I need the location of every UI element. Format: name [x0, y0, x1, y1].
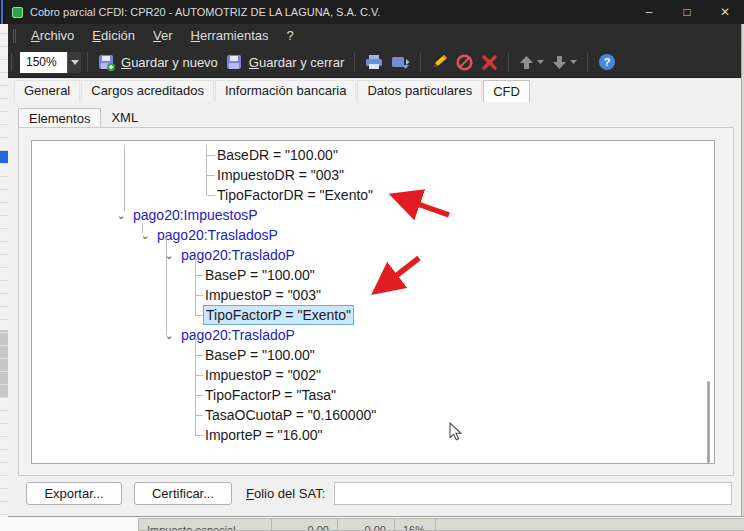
help-icon: ?	[598, 53, 616, 71]
tree-connector	[195, 295, 203, 296]
chevron-down-icon[interactable]: ⌄	[114, 205, 128, 225]
arrow-down-icon	[552, 55, 567, 70]
background-cell-value: 0.00	[272, 524, 337, 531]
toolbar-separator	[420, 52, 421, 72]
tree-node-label[interactable]: pago20:TrasladoP	[179, 246, 297, 264]
folio-sat-label: Folio del SAT:	[246, 486, 325, 501]
application-window: Cobro parcial CFDI: CPR20 - AUTOMOTRIZ D…	[0, 0, 744, 531]
tree-connector	[207, 195, 215, 196]
background-table-row: Impuesto especial 0.00 0.00 16%	[0, 517, 744, 531]
delete-button[interactable]	[477, 51, 502, 74]
toolbar-grip	[13, 29, 16, 43]
tree-guide-line	[206, 145, 207, 195]
tree-guide-line	[142, 223, 143, 233]
tree-node-label[interactable]: BaseP = "100.00"	[203, 346, 317, 364]
menu-edicion[interactable]: Edición	[83, 26, 144, 45]
pencil-icon	[431, 54, 448, 70]
tree-node-label[interactable]: BaseP = "100.00"	[203, 266, 317, 284]
zoom-combobox[interactable]: 150%	[20, 52, 81, 73]
tree-row[interactable]: BaseP = "100.00"	[32, 265, 714, 285]
move-down-button[interactable]	[548, 52, 581, 73]
xml-tree[interactable]: BaseDR = "100.00"ImpuestoDR = "003"TipoF…	[31, 140, 715, 464]
tree-node-label[interactable]: ImporteP = "16.00"	[203, 426, 324, 444]
close-button[interactable]: ✕	[706, 0, 744, 24]
export-button[interactable]: Exportar...	[26, 482, 122, 505]
tree-node-label[interactable]: ImpuestoP = "002"	[203, 366, 323, 384]
toolbar-separator	[587, 52, 588, 72]
menu-herramientas[interactable]: Herramientas	[182, 26, 278, 45]
tree-row[interactable]: TipoFactorP = "Tasa"	[32, 385, 714, 405]
tree-node-label[interactable]: ImpuestoDR = "003"	[215, 166, 346, 184]
delete-x-icon	[481, 54, 498, 71]
tree-view: BaseDR = "100.00"ImpuestoDR = "003"TipoF…	[32, 141, 714, 463]
tree-row[interactable]: TipoFactorDR = "Exento"	[32, 185, 714, 205]
app-icon	[12, 7, 23, 18]
tree-row[interactable]: ⌄pago20:TrasladosP	[32, 225, 714, 245]
window-title: Cobro parcial CFDI: CPR20 - AUTOMOTRIZ D…	[30, 6, 380, 18]
tree-node-label[interactable]: TipoFactorP = "Tasa"	[203, 386, 338, 404]
help-button[interactable]: ?	[594, 50, 620, 74]
tree-row[interactable]: ImpuestoP = "002"	[32, 365, 714, 385]
tree-node-label[interactable]: BaseDR = "100.00"	[215, 146, 340, 164]
chevron-down-icon[interactable]	[67, 52, 81, 73]
minimize-button[interactable]: –	[630, 0, 668, 24]
folio-sat-input[interactable]	[334, 482, 732, 505]
menu-archivo[interactable]: Archivo	[22, 26, 83, 45]
save-new-label: Guardar y nuevo	[121, 55, 218, 70]
content-area: General Cargos acreditados Información b…	[8, 78, 741, 517]
cancel-button[interactable]	[452, 51, 477, 74]
tree-row[interactable]: BaseDR = "100.00"	[32, 145, 714, 165]
tree-node-label[interactable]: TipoFactorP = "Exento"	[203, 305, 354, 325]
chevron-down-icon[interactable]	[570, 60, 577, 64]
chevron-down-icon[interactable]	[537, 60, 544, 64]
tree-row[interactable]: TipoFactorP = "Exento"	[32, 305, 714, 325]
zoom-value[interactable]: 150%	[20, 52, 67, 73]
tree-row[interactable]: BaseP = "100.00"	[32, 345, 714, 365]
save-close-button[interactable]: Guardar y cerrar	[222, 51, 348, 74]
save-close-label: Guardar y cerrar	[249, 55, 344, 70]
tree-connector	[195, 415, 203, 416]
tree-connector	[195, 315, 203, 316]
certify-button[interactable]: Certificar...	[134, 482, 232, 505]
tree-node-label[interactable]: pago20:TrasladosP	[155, 226, 280, 244]
maximize-button[interactable]: □	[668, 0, 706, 24]
chevron-down-icon[interactable]: ⌄	[162, 325, 176, 345]
move-up-button[interactable]	[515, 52, 548, 73]
tree-row[interactable]: ⌄pago20:ImpuestosP	[32, 205, 714, 225]
tab-xml[interactable]: XML	[101, 108, 148, 128]
tab-datos-particulares[interactable]: Datos particulares	[357, 80, 482, 101]
tab-elementos[interactable]: Elementos	[18, 108, 101, 129]
tree-row[interactable]: ImporteP = "16.00"	[32, 425, 714, 445]
edit-button[interactable]	[427, 51, 452, 73]
tree-node-label[interactable]: TipoFactorDR = "Exento"	[215, 186, 375, 204]
print-button[interactable]	[361, 51, 387, 73]
tree-node-label[interactable]: pago20:TrasladoP	[179, 326, 297, 344]
block-icon	[456, 54, 473, 71]
tree-node-label[interactable]: ImpuestoP = "003"	[203, 286, 323, 304]
save-new-icon	[98, 54, 115, 71]
menu-bar: Archivo Edición Ver Herramientas ?	[8, 24, 744, 47]
tree-row[interactable]: ⌄pago20:TrasladoP	[32, 325, 714, 345]
chevron-down-icon[interactable]: ⌄	[162, 245, 176, 265]
tree-node-label[interactable]: TasaOCuotaP = "0.160000"	[203, 406, 378, 424]
background-grid-strip	[0, 24, 8, 517]
tree-row[interactable]: TasaOCuotaP = "0.160000"	[32, 405, 714, 425]
sub-tab-strip: Elementos XML	[18, 108, 148, 128]
tab-general[interactable]: General	[14, 80, 80, 101]
tree-row[interactable]: ImpuestoDR = "003"	[32, 165, 714, 185]
tree-row[interactable]: ImpuestoP = "003"	[32, 285, 714, 305]
save-new-button[interactable]: Guardar y nuevo	[94, 51, 222, 74]
tree-connector	[195, 375, 203, 376]
tree-row[interactable]: ⌄pago20:TrasladoP	[32, 245, 714, 265]
tree-node-label[interactable]: pago20:ImpuestosP	[131, 206, 260, 224]
vertical-scrollbar-thumb[interactable]	[707, 381, 710, 463]
menu-help[interactable]: ?	[278, 26, 303, 45]
menu-ver[interactable]: Ver	[144, 26, 182, 45]
tab-cargos-acreditados[interactable]: Cargos acreditados	[81, 80, 214, 101]
send-button[interactable]	[387, 52, 414, 73]
toolbar: 150% Guardar y nuevo Guardar	[8, 47, 744, 78]
tab-informacion-bancaria[interactable]: Información bancaria	[215, 80, 356, 101]
chevron-down-icon[interactable]: ⌄	[138, 225, 152, 245]
tab-cfd[interactable]: CFD	[483, 80, 530, 102]
save-close-icon	[226, 54, 243, 71]
